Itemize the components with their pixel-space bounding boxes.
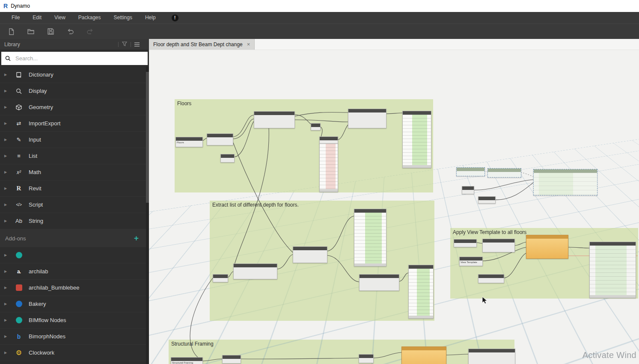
selected-node[interactable] bbox=[487, 168, 521, 178]
graph-node[interactable] bbox=[233, 263, 277, 279]
menu-edit[interactable]: Edit bbox=[26, 12, 48, 24]
node-floors-selector[interactable]: Floors bbox=[175, 137, 203, 147]
graph-node[interactable] bbox=[478, 274, 504, 283]
watch-list-node[interactable] bbox=[589, 242, 636, 298]
sidebar-item-script[interactable]: </> Script bbox=[0, 197, 149, 213]
close-icon[interactable]: × bbox=[247, 41, 250, 47]
input-pencil-icon: ✎ bbox=[14, 136, 24, 143]
toolbar bbox=[0, 24, 639, 39]
expand-arrow-icon bbox=[4, 186, 11, 190]
library-menu-icon[interactable] bbox=[134, 42, 140, 47]
sidebar-item-clockwork[interactable]: ⚙ Clockwork bbox=[0, 345, 149, 361]
sidebar-item-revit[interactable]: R Revit bbox=[0, 181, 149, 197]
graph-node[interactable] bbox=[454, 239, 477, 247]
sidebar-item-core[interactable]: Core bbox=[0, 361, 149, 364]
expand-arrow-icon bbox=[4, 334, 11, 338]
sidebar-item-bakery[interactable]: Bakery bbox=[0, 296, 149, 312]
graph-node[interactable] bbox=[468, 349, 515, 364]
watch-list-node[interactable] bbox=[319, 143, 338, 192]
library-scrollbar[interactable] bbox=[146, 67, 149, 364]
sidebar-item-archilab[interactable]: a. archilab bbox=[0, 263, 149, 280]
graph-node[interactable] bbox=[311, 123, 321, 130]
group-structural-framing[interactable]: Structural Framing bbox=[169, 340, 514, 364]
new-file-icon[interactable] bbox=[8, 28, 15, 35]
expand-arrow-icon bbox=[4, 286, 11, 290]
open-file-icon[interactable] bbox=[27, 28, 35, 35]
sidebar-item-label: ImportExport bbox=[29, 120, 60, 127]
sidebar-item-list[interactable]: ≡ List bbox=[0, 148, 149, 164]
expand-arrow-icon bbox=[4, 302, 11, 306]
notification-alert-icon[interactable]: ! bbox=[172, 15, 178, 21]
custom-node[interactable] bbox=[401, 346, 446, 364]
graph-node[interactable] bbox=[359, 274, 399, 291]
string-icon: Ab bbox=[14, 218, 24, 224]
sidebar-item-label: Clockwork bbox=[29, 349, 54, 356]
menu-packages[interactable]: Packages bbox=[72, 12, 107, 24]
sidebar-item-label: archilab bbox=[29, 268, 48, 275]
activate-windows-watermark: Activate Wind bbox=[583, 350, 636, 360]
sidebar-item-label: Geometry bbox=[29, 104, 53, 110]
menu-settings[interactable]: Settings bbox=[107, 12, 139, 24]
graph-node[interactable] bbox=[222, 355, 241, 364]
node-view-template-string[interactable]: View Template bbox=[459, 257, 483, 266]
addons-header: Add-ons + bbox=[0, 229, 149, 247]
menu-view[interactable]: View bbox=[48, 12, 72, 24]
filter-icon[interactable] bbox=[122, 41, 127, 47]
graph-node[interactable] bbox=[482, 239, 515, 252]
sidebar-item-bimorphnodes[interactable]: b BimorphNodes bbox=[0, 328, 149, 345]
menu-help[interactable]: Help bbox=[139, 12, 162, 24]
undo-icon[interactable] bbox=[67, 28, 74, 35]
sidebar-item-string[interactable]: Ab String bbox=[0, 213, 149, 229]
tab-floor-depth[interactable]: Floor depth and Str Beam Dept change × bbox=[149, 39, 255, 50]
sidebar-item-archilab-bumblebee[interactable]: archilab_Bumblebee bbox=[0, 280, 149, 296]
add-package-button[interactable]: + bbox=[134, 234, 139, 243]
group-title: Floors bbox=[175, 99, 433, 108]
revit-logo-icon: R bbox=[3, 3, 8, 9]
group-floors[interactable]: Floors bbox=[175, 99, 433, 192]
menu-file[interactable]: File bbox=[5, 12, 26, 24]
graph-node[interactable] bbox=[348, 109, 386, 128]
graph-node[interactable] bbox=[220, 154, 235, 163]
sidebar-item-bimflow-nodes[interactable]: BIMflow Nodes bbox=[0, 312, 149, 328]
selected-node[interactable] bbox=[456, 167, 485, 176]
scrollbar-thumb[interactable] bbox=[146, 72, 149, 203]
custom-node[interactable] bbox=[526, 235, 568, 259]
graph-node[interactable] bbox=[359, 354, 374, 363]
graph-node[interactable] bbox=[207, 133, 233, 145]
clockwork-gear-icon: ⚙ bbox=[14, 349, 24, 357]
watch-list-node[interactable] bbox=[408, 265, 434, 319]
graph-node[interactable] bbox=[213, 274, 228, 282]
redo-icon[interactable] bbox=[86, 28, 94, 35]
sidebar-item-package[interactable] bbox=[0, 247, 149, 263]
sidebar-item-geometry[interactable]: Geometry bbox=[0, 99, 149, 115]
watch-list-node[interactable] bbox=[354, 209, 386, 266]
group-title: Structural Framing bbox=[169, 340, 514, 348]
graph-node[interactable] bbox=[462, 186, 474, 194]
menu-bar: File Edit View Packages Settings Help ! bbox=[0, 12, 639, 24]
library-header: Library bbox=[0, 39, 149, 50]
sidebar-item-input[interactable]: ✎ Input bbox=[0, 132, 149, 148]
sidebar-item-math[interactable]: x² Math bbox=[0, 164, 149, 181]
sidebar-item-importexport[interactable]: ⇄ ImportExport bbox=[0, 115, 149, 132]
watch-list-values bbox=[409, 269, 433, 316]
sidebar-item-dictionary[interactable]: Dictionary bbox=[0, 67, 149, 83]
save-icon[interactable] bbox=[47, 28, 54, 35]
separator bbox=[118, 42, 119, 47]
search-input[interactable] bbox=[15, 55, 144, 62]
node-label: View Template bbox=[460, 260, 482, 266]
sidebar-item-label: Input bbox=[29, 136, 41, 143]
graph-node[interactable] bbox=[293, 246, 327, 263]
bimflow-icon bbox=[14, 317, 24, 323]
sidebar-item-display[interactable]: Display bbox=[0, 83, 149, 99]
archilab-icon: a. bbox=[14, 269, 24, 275]
selected-node[interactable] bbox=[533, 169, 597, 195]
graph-node[interactable] bbox=[254, 111, 295, 128]
graph-node[interactable] bbox=[478, 196, 496, 204]
library-title: Library bbox=[4, 41, 20, 47]
graph-canvas[interactable]: Floors Extract list of different depth f… bbox=[149, 50, 639, 364]
node-structural-framing-selector[interactable]: Structural Framing bbox=[171, 357, 203, 364]
watch-list-node[interactable] bbox=[402, 111, 431, 168]
watch-list-values bbox=[403, 115, 431, 165]
sidebar-item-label: BimorphNodes bbox=[29, 333, 65, 340]
window-title: Dynamo bbox=[11, 3, 30, 9]
